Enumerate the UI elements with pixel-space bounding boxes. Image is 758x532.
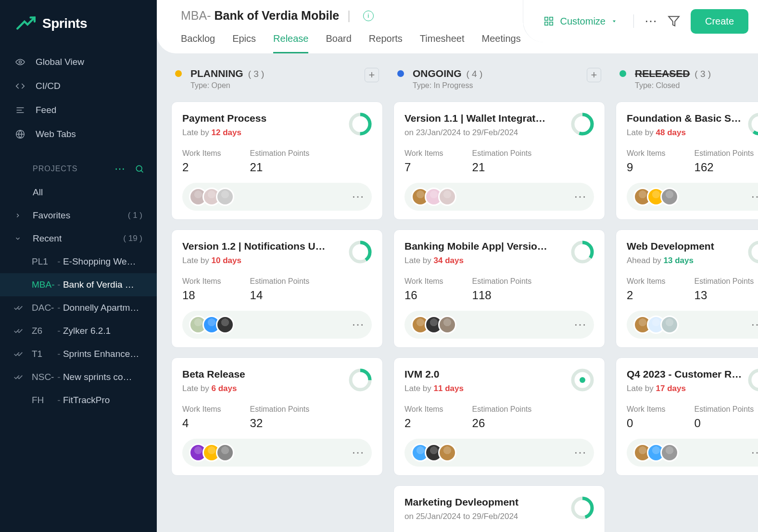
- release-card[interactable]: Version 1.2 | Notifications U…Late by 10…: [171, 229, 383, 348]
- column-released: RELEASED( 3 )Type: ClosedFoundation & Ba…: [616, 66, 758, 519]
- create-button[interactable]: Create: [691, 9, 748, 34]
- avatar[interactable]: [660, 188, 679, 206]
- nav-feed[interactable]: Feed: [0, 98, 157, 122]
- card-footer: ⋯: [404, 183, 594, 211]
- release-board: PLANNING( 3 )Type: Open+Payment ProcessL…: [157, 53, 758, 532]
- card-more-icon[interactable]: ⋯: [574, 450, 587, 455]
- card-more-icon[interactable]: ⋯: [751, 194, 758, 199]
- card-footer: ⋯: [627, 183, 758, 211]
- checkmarks-icon: [13, 326, 23, 336]
- progress-donut-icon: [748, 368, 758, 392]
- customize-button[interactable]: Customize: [538, 13, 622, 30]
- card-more-icon[interactable]: ⋯: [574, 322, 587, 327]
- release-card[interactable]: Version 1.1 | Wallet Integrat…on 23/Jan/…: [393, 101, 605, 220]
- nav-global-view[interactable]: Global View: [0, 50, 157, 74]
- avatar[interactable]: [438, 188, 456, 206]
- avatar[interactable]: [216, 443, 234, 462]
- avatars: [189, 443, 234, 462]
- project-item[interactable]: DAC- - Donnelly Apartm…: [0, 296, 157, 319]
- nav-web-tabs[interactable]: Web Tabs: [0, 122, 157, 146]
- tab-backlog[interactable]: Backlog: [181, 33, 215, 53]
- avatars: [189, 188, 234, 206]
- svg-marker-12: [613, 21, 616, 23]
- progress-donut-icon: [571, 113, 594, 136]
- main: MBA- Bank of Verdia Mobile | i Customize…: [157, 0, 758, 532]
- svg-line-7: [141, 170, 143, 172]
- release-card[interactable]: Marketing Devleopmenton 25/Jan/2024 to 2…: [393, 485, 605, 532]
- avatar[interactable]: [438, 316, 456, 334]
- nav-cicd[interactable]: CI/CD: [0, 74, 157, 98]
- progress-donut-icon: [349, 113, 372, 136]
- card-footer: ⋯: [404, 439, 594, 467]
- card-meta: Ahead by 13 days: [627, 256, 714, 266]
- add-card-button[interactable]: +: [365, 68, 379, 82]
- avatar[interactable]: [660, 443, 679, 462]
- projects-recent[interactable]: Recent ( 19 ): [0, 227, 157, 250]
- nav-label: Feed: [36, 105, 56, 115]
- card-meta: Late by 10 days: [182, 256, 326, 266]
- eye-icon: [15, 57, 25, 67]
- tab-board[interactable]: Board: [326, 33, 351, 53]
- tab-timesheet[interactable]: Timesheet: [420, 33, 465, 53]
- status-dot-icon: [619, 70, 626, 77]
- card-title: Marketing Devleopment: [404, 496, 518, 508]
- card-footer: ⋯: [404, 311, 594, 339]
- card-meta: on 25/Jan/2024 to 29/Feb/2024: [404, 512, 518, 521]
- project-item[interactable]: NSC- - New sprints co…: [0, 366, 157, 389]
- release-card[interactable]: Web DevelopmentAhead by 13 daysWork Item…: [616, 229, 758, 348]
- release-card[interactable]: Beta ReleaseLate by 6 daysWork Items4Est…: [171, 357, 383, 476]
- avatar[interactable]: [216, 316, 234, 334]
- card-title: Banking Mobile App| Versio…: [404, 241, 547, 252]
- projects-all[interactable]: All: [0, 181, 157, 204]
- column-header: ONGOING( 4 )Type: In Progress+: [393, 66, 605, 92]
- logo-icon: [15, 13, 36, 34]
- chevron-down-icon: [611, 18, 617, 24]
- tab-reports[interactable]: Reports: [369, 33, 403, 53]
- info-icon[interactable]: i: [363, 11, 374, 21]
- release-card[interactable]: IVM 2.0Late by 11 daysWork Items2Estimat…: [393, 357, 605, 476]
- card-title: Payment Process: [182, 113, 266, 124]
- card-stats: Work Items16Estimation Points118: [404, 277, 594, 302]
- avatar[interactable]: [216, 188, 234, 206]
- layout-icon: [543, 16, 554, 26]
- release-card[interactable]: Foundation & Basic Set-UpLate by 48 days…: [616, 101, 758, 220]
- avatar[interactable]: [438, 443, 456, 462]
- card-more-icon[interactable]: ⋯: [352, 322, 365, 327]
- avatars: [633, 188, 679, 206]
- globe-icon: [15, 129, 25, 139]
- release-card[interactable]: Q4 2023 - Customer Requir…Late by 17 day…: [616, 357, 758, 476]
- filter-icon[interactable]: [668, 15, 680, 27]
- card-more-icon[interactable]: ⋯: [751, 450, 758, 455]
- card-more-icon[interactable]: ⋯: [352, 450, 365, 455]
- project-item[interactable]: Z6 - Zylker 6.2.1: [0, 319, 157, 342]
- search-icon[interactable]: [135, 164, 144, 174]
- progress-donut-icon: [748, 113, 758, 136]
- logo[interactable]: Sprints: [0, 0, 157, 50]
- card-more-icon[interactable]: ⋯: [574, 194, 587, 199]
- release-card[interactable]: Payment ProcessLate by 12 daysWork Items…: [171, 101, 383, 220]
- card-meta: Late by 17 days: [627, 384, 742, 393]
- project-item[interactable]: MBA- - Bank of Verdia …: [0, 273, 157, 296]
- projects-favorites[interactable]: Favorites ( 1 ): [0, 204, 157, 227]
- card-more-icon[interactable]: ⋯: [751, 322, 758, 327]
- projects-more-icon[interactable]: ⋯: [114, 163, 126, 175]
- tab-epics[interactable]: Epics: [232, 33, 256, 53]
- projects-header: PROJECTS ⋯: [0, 146, 157, 181]
- chevron-right-icon: [14, 212, 21, 219]
- card-meta: Late by 34 days: [404, 256, 547, 266]
- card-more-icon[interactable]: ⋯: [352, 194, 365, 199]
- tab-release[interactable]: Release: [273, 33, 308, 53]
- avatar[interactable]: [660, 316, 679, 334]
- release-card[interactable]: Banking Mobile App| Versio…Late by 34 da…: [393, 229, 605, 348]
- more-icon[interactable]: ⋯: [644, 15, 657, 27]
- column-ongoing: ONGOING( 4 )Type: In Progress+Version 1.…: [393, 66, 605, 519]
- card-footer: ⋯: [627, 311, 758, 339]
- project-item[interactable]: PL1 - E-Shopping We…: [0, 250, 157, 273]
- project-item[interactable]: FH - FitTrackPro: [0, 389, 157, 412]
- column-planning: PLANNING( 3 )Type: Open+Payment ProcessL…: [171, 66, 383, 519]
- progress-donut-icon: [349, 368, 372, 392]
- sidebar: Sprints Global View CI/CD Feed Web Tabs …: [0, 0, 157, 532]
- add-card-button[interactable]: +: [587, 68, 601, 82]
- project-item[interactable]: T1 - Sprints Enhance…: [0, 342, 157, 366]
- divider: [633, 14, 634, 28]
